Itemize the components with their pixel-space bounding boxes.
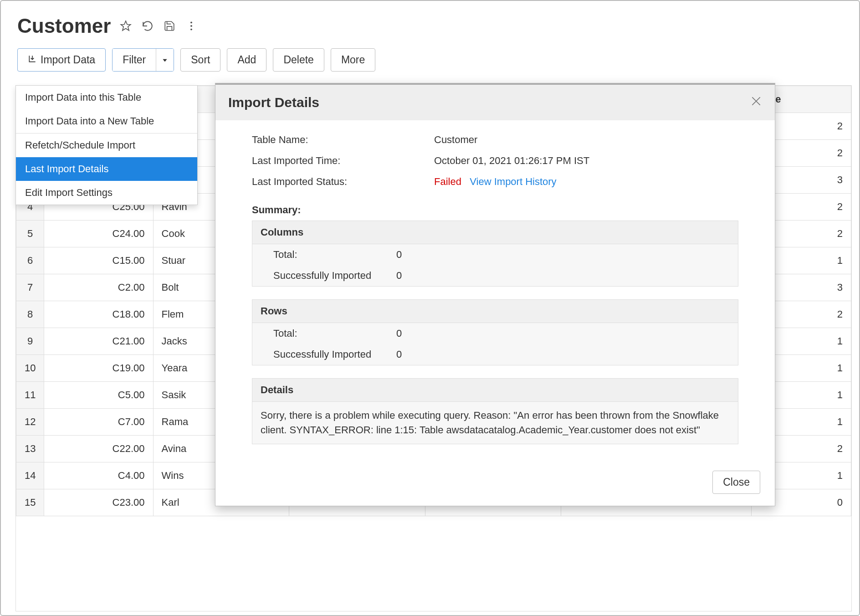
import-icon: [28, 54, 37, 66]
summary-columns-title: Columns: [252, 221, 738, 244]
dd-last-import-details[interactable]: Last Import Details: [16, 157, 197, 181]
import-dropdown: Import Data into this Table Import Data …: [15, 85, 198, 205]
delete-button[interactable]: Delete: [273, 48, 324, 72]
row-number: 10: [16, 355, 44, 382]
import-label: Import Data: [41, 54, 95, 66]
rows-succ-label: Successfully Imported: [273, 349, 396, 360]
import-data-button[interactable]: Import Data: [17, 48, 106, 72]
summary-label: Summary:: [252, 204, 738, 216]
cell-custid[interactable]: C23.00: [44, 489, 153, 516]
more-button[interactable]: More: [331, 48, 375, 72]
details-title: Details: [252, 379, 738, 402]
svg-point-3: [190, 29, 192, 31]
dd-refetch[interactable]: Refetch/Schedule Import: [16, 133, 197, 157]
modal-title: Import Details: [228, 95, 319, 110]
cell-custid[interactable]: C24.00: [44, 221, 153, 247]
rows-total-label: Total:: [273, 328, 396, 339]
rows-total-value: 0: [396, 328, 402, 339]
view-import-history-link[interactable]: View Import History: [470, 176, 556, 187]
row-number: 11: [16, 382, 44, 409]
cell-custid[interactable]: C22.00: [44, 436, 153, 462]
sort-button[interactable]: Sort: [180, 48, 220, 72]
cell-custid[interactable]: C15.00: [44, 247, 153, 274]
summary-rows-title: Rows: [252, 300, 738, 323]
cell-custid[interactable]: C19.00: [44, 355, 153, 382]
table-name-value: Customer: [434, 134, 477, 146]
close-icon[interactable]: [750, 95, 762, 110]
cols-total-label: Total:: [273, 249, 396, 261]
row-number: 7: [16, 274, 44, 301]
cell-custid[interactable]: C2.00: [44, 274, 153, 301]
cols-total-value: 0: [396, 249, 402, 261]
dd-import-into-this[interactable]: Import Data into this Table: [16, 86, 197, 109]
filter-button[interactable]: Filter: [112, 48, 174, 72]
last-status-label: Last Imported Status:: [252, 176, 434, 188]
cell-custid[interactable]: C18.00: [44, 301, 153, 328]
save-icon[interactable]: [163, 19, 176, 33]
page-title: Customer: [17, 15, 111, 37]
filter-label[interactable]: Filter: [113, 49, 156, 71]
chevron-down-icon[interactable]: [156, 49, 174, 71]
svg-marker-4: [163, 59, 167, 62]
more-vert-icon[interactable]: [184, 19, 198, 33]
row-number: 15: [16, 489, 44, 516]
last-time-value: October 01, 2021 01:26:17 PM IST: [434, 155, 589, 167]
svg-point-2: [190, 25, 192, 27]
svg-marker-0: [121, 21, 131, 31]
details-text: Sorry, there is a problem while executin…: [252, 402, 738, 444]
refresh-icon[interactable]: [141, 19, 154, 33]
cell-custid[interactable]: C7.00: [44, 409, 153, 436]
add-button[interactable]: Add: [227, 48, 266, 72]
row-number: 13: [16, 436, 44, 462]
dd-edit-import-settings[interactable]: Edit Import Settings: [16, 181, 197, 205]
row-number: 8: [16, 301, 44, 328]
import-details-modal: Import Details Table Name: Customer Last…: [215, 83, 775, 506]
summary-rows: Rows Total: 0 Successfully Imported 0: [252, 299, 738, 365]
row-number: 12: [16, 409, 44, 436]
rows-succ-value: 0: [396, 349, 402, 360]
cell-custid[interactable]: C5.00: [44, 382, 153, 409]
table-name-label: Table Name:: [252, 134, 434, 146]
cols-succ-value: 0: [396, 270, 402, 282]
last-status-value: Failed: [434, 176, 461, 187]
row-number: 14: [16, 462, 44, 489]
star-icon[interactable]: [119, 19, 133, 33]
details-box: Details Sorry, there is a problem while …: [252, 378, 738, 444]
row-number: 6: [16, 247, 44, 274]
last-time-label: Last Imported Time:: [252, 155, 434, 167]
cols-succ-label: Successfully Imported: [273, 270, 396, 282]
row-number: 5: [16, 221, 44, 247]
cell-custid[interactable]: C21.00: [44, 328, 153, 355]
cell-custid[interactable]: C4.00: [44, 462, 153, 489]
summary-columns: Columns Total: 0 Successfully Imported 0: [252, 221, 738, 287]
row-number: 9: [16, 328, 44, 355]
dd-import-into-new[interactable]: Import Data into a New Table: [16, 109, 197, 133]
close-button[interactable]: Close: [712, 471, 760, 494]
svg-point-1: [190, 21, 192, 23]
